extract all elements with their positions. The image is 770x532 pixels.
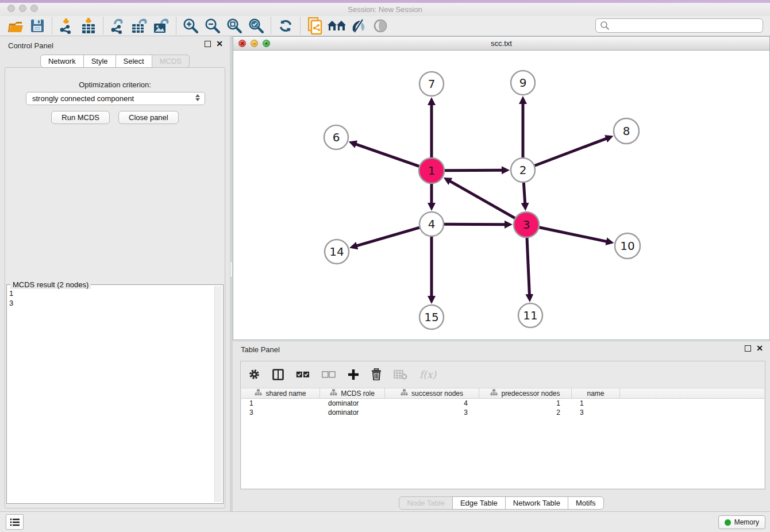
eye-icon[interactable] — [369, 17, 391, 35]
export-network-icon[interactable] — [107, 17, 129, 35]
edge-4-14[interactable] — [357, 228, 419, 246]
network-graph: 1234678910111415 — [233, 51, 769, 340]
edge-3-11[interactable] — [527, 238, 529, 295]
show-columns-icon[interactable] — [272, 369, 284, 380]
add-row-icon[interactable] — [348, 369, 359, 380]
criterion-value: strongly connected component — [32, 94, 134, 103]
mcds-result-group: MCDS result (2 nodes) 1 3 — [6, 284, 224, 504]
export-table-icon[interactable] — [129, 17, 151, 35]
edge-2-8[interactable] — [535, 138, 607, 165]
eye-slash-icon[interactable] — [348, 17, 369, 35]
edge-2-3[interactable] — [523, 183, 525, 203]
zoom-fit-icon[interactable] — [224, 17, 245, 35]
mcds-result-text[interactable]: 1 3 — [9, 288, 213, 501]
tab-node-table[interactable]: Node Table — [399, 496, 453, 510]
close-panel-icon[interactable]: ✕ — [216, 41, 223, 47]
delete-row-icon[interactable] — [371, 368, 382, 380]
table-row[interactable]: 1dominator411 — [241, 399, 764, 408]
memory-label: Memory — [734, 518, 759, 526]
search-field[interactable] — [595, 18, 763, 33]
mcds-tab-content: Optimization criterion: strongly connect… — [5, 67, 225, 508]
cell-predecessor-nodes[interactable]: 1 — [479, 399, 572, 408]
close-panel-icon[interactable]: ✕ — [756, 345, 763, 352]
function-builder-icon: f(x) — [419, 369, 436, 380]
column-header-successor-nodes[interactable]: successor nodes — [385, 388, 479, 398]
import-table-icon[interactable] — [78, 17, 99, 35]
node-label-2: 2 — [519, 163, 527, 177]
control-panel-tabs: NetworkStyleSelectMCDS — [0, 55, 230, 68]
cell-shared-name[interactable]: 3 — [241, 408, 320, 417]
column-type-icon — [401, 389, 408, 398]
export-image-icon[interactable] — [151, 17, 172, 35]
column-type-icon — [255, 389, 262, 398]
delete-table-icon — [394, 369, 407, 380]
table-panel-tabs: Node TableEdge TableNetwork TableMotifs — [233, 496, 770, 510]
float-panel-icon[interactable] — [205, 41, 211, 47]
search-input[interactable] — [610, 20, 763, 32]
save-session-icon[interactable] — [26, 17, 48, 35]
column-header-MCDS-role[interactable]: MCDS role — [320, 388, 385, 398]
zoom-selected-icon[interactable] — [245, 17, 267, 35]
tab-edge-table[interactable]: Edge Table — [452, 496, 506, 510]
edge-3-1[interactable] — [450, 181, 515, 218]
edge-1-6[interactable] — [356, 144, 419, 167]
node-label-15: 15 — [424, 310, 438, 324]
tab-mcds[interactable]: MCDS — [152, 55, 190, 68]
toolbar-separator — [271, 17, 271, 34]
close-panel-button[interactable]: Close panel — [118, 111, 179, 124]
edge-4-3[interactable] — [444, 224, 505, 225]
node-label-6: 6 — [333, 130, 340, 144]
tab-network-table[interactable]: Network Table — [505, 496, 568, 510]
edge-1-2[interactable] — [445, 170, 502, 171]
column-header-predecessor-nodes[interactable]: predecessor nodes — [479, 388, 572, 398]
table-row[interactable]: 3dominator323 — [241, 408, 764, 417]
cell-MCDS-role[interactable]: dominator — [320, 408, 385, 417]
cell-shared-name[interactable]: 1 — [241, 399, 320, 408]
table-panel-title: Table Panel — [241, 345, 280, 354]
mcds-result-title: MCDS result (2 nodes) — [10, 280, 91, 289]
cell-predecessor-nodes[interactable]: 2 — [479, 408, 572, 417]
column-type-icon — [330, 389, 337, 398]
toolbar-separator — [103, 17, 103, 34]
cell-successor-nodes[interactable]: 3 — [385, 408, 479, 417]
deselect-all-icon[interactable] — [322, 371, 336, 378]
cell-name[interactable]: 1 — [572, 399, 620, 408]
clone-network-icon[interactable] — [304, 17, 326, 35]
settings-gear-icon[interactable] — [248, 368, 260, 380]
cell-name[interactable]: 3 — [572, 408, 620, 417]
result-scrollbar[interactable] — [214, 286, 222, 502]
tab-motifs[interactable]: Motifs — [568, 496, 604, 510]
task-history-button[interactable] — [6, 514, 24, 530]
node-label-10: 10 — [620, 239, 634, 253]
refresh-icon[interactable] — [275, 17, 297, 35]
zoom-out-icon[interactable] — [202, 17, 224, 35]
search-icon — [600, 21, 610, 30]
import-network-icon[interactable] — [56, 17, 78, 35]
cell-MCDS-role[interactable]: dominator — [320, 399, 385, 408]
column-header-name[interactable]: name — [572, 388, 620, 398]
toolbar-separator — [176, 17, 176, 34]
tab-style[interactable]: Style — [83, 55, 116, 68]
column-header-shared-name[interactable]: shared name — [241, 388, 320, 398]
run-mcds-button[interactable]: Run MCDS — [51, 111, 110, 124]
node-table-container: f(x) shared nameMCDS rolesuccessor nodes… — [240, 361, 765, 489]
edge-3-10[interactable] — [540, 228, 607, 242]
criterion-select[interactable]: strongly connected component — [26, 92, 205, 105]
network-canvas[interactable]: 1234678910111415 — [233, 51, 769, 340]
table-panel: Table Panel ✕ — [233, 342, 770, 511]
cell-successor-nodes[interactable]: 4 — [385, 399, 479, 408]
node-label-7: 7 — [428, 77, 436, 91]
tab-network[interactable]: Network — [40, 55, 84, 68]
memory-button[interactable]: Memory — [718, 515, 765, 529]
tab-select[interactable]: Select — [116, 55, 152, 68]
node-label-4: 4 — [428, 217, 436, 231]
folder-open-icon[interactable] — [5, 17, 26, 35]
toolbar-separator — [300, 17, 301, 34]
houses-icon[interactable] — [326, 17, 348, 35]
status-bar: Memory — [0, 511, 770, 532]
memory-status-icon — [725, 519, 731, 526]
select-all-icon[interactable] — [296, 371, 310, 378]
float-panel-icon[interactable] — [745, 345, 751, 352]
network-window-titlebar[interactable]: ✕ − + scc.txt — [233, 37, 769, 51]
zoom-in-icon[interactable] — [180, 17, 202, 35]
